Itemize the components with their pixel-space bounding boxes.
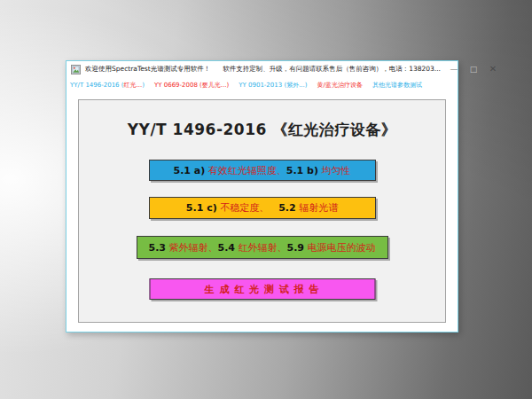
tab-label: YY 0669-2008 (婴儿光...) — [154, 82, 229, 89]
tab-label-part: ) — [142, 82, 145, 89]
tab-other-spectral-params[interactable]: 其他光谱参数测试 — [372, 81, 422, 90]
button-uv-ir-voltage-fluctuation[interactable]: 5.3 紫外辐射、5.4 红外辐射、5.9 电源电压的波动 — [137, 236, 388, 259]
tab-yy-0901-2013-ultraviolet[interactable]: YY 0901-2013 (紫外...) — [239, 81, 307, 90]
window-subtitle: 软件支持定制、升级，有问题请联系售后（售前咨询），电话：138203... — [223, 65, 441, 74]
page-title: YY/T 1496-2016 《红光治疗设备》 — [79, 120, 445, 140]
button-label-part: 红外辐射、 — [235, 242, 287, 254]
app-icon — [71, 65, 81, 74]
app-window: 欢迎使用SpectraTest光谱测试专用软件！ 软件支持定制、升级，有问题请联… — [66, 60, 458, 332]
tab-yyt-1496-2016-red-light[interactable]: YY/T 1496-2016 (红光...) — [70, 81, 145, 90]
button-label-part: 5.1 b) — [286, 165, 318, 176]
maximize-button[interactable]: □ — [464, 61, 483, 77]
button-label-part: 有效红光辐照度、 — [205, 165, 286, 176]
button-label-part: 紫外辐射、 — [166, 242, 218, 254]
tab-bar: YY/T 1496-2016 (红光...) YY 0669-2008 (婴儿光… — [66, 77, 458, 93]
button-label-part: 5.3 — [149, 242, 167, 254]
window-content: YY/T 1496-2016 《红光治疗设备》 5.1 a) 有效红光辐照度、5… — [66, 93, 458, 332]
tab-yy-0669-2008-infant-light[interactable]: YY 0669-2008 (婴儿光...) — [154, 81, 229, 90]
button-label-part: 5.1 a) — [174, 165, 206, 176]
button-instability-radiation-spectrum[interactable]: 5.1 c) 不稳定度、 5.2 辐射光谱 — [149, 197, 376, 219]
button-generate-red-light-report[interactable]: 生 成 红 光 测 试 报 告 — [149, 278, 375, 300]
tab-label: YY 0901-2013 (紫外...) — [239, 82, 307, 89]
minimize-button[interactable]: — — [444, 61, 464, 77]
desktop-background: 欢迎使用SpectraTest光谱测试专用软件！ 软件支持定制、升级，有问题请联… — [0, 0, 532, 399]
tab-label-part: 红光... — [124, 82, 143, 89]
tab-label: 黄/蓝光治疗设备 — [317, 82, 363, 89]
button-label-part: 不稳定度、 — [217, 202, 279, 214]
button-effective-irradiance-uniformity[interactable]: 5.1 a) 有效红光辐照度、5.1 b) 均匀性 — [149, 160, 376, 181]
close-button[interactable]: ✕ — [483, 61, 503, 77]
tab-label: 其他光谱参数测试 — [372, 82, 422, 89]
button-label-part: 生 成 红 光 测 试 报 告 — [205, 284, 320, 295]
button-label-part: 5.9 — [287, 242, 305, 254]
button-label-part: 5.1 c) — [186, 202, 217, 214]
tab-yellow-blue-light-device[interactable]: 黄/蓝光治疗设备 — [317, 81, 363, 90]
window-title: 欢迎使用SpectraTest光谱测试专用软件！ — [85, 65, 210, 74]
main-panel: YY/T 1496-2016 《红光治疗设备》 5.1 a) 有效红光辐照度、5… — [78, 99, 446, 323]
titlebar: 欢迎使用SpectraTest光谱测试专用软件！ 软件支持定制、升级，有问题请联… — [66, 61, 458, 77]
button-label-part: 均匀性 — [318, 165, 351, 176]
tab-label-part: YY/T 1496-2016 ( — [70, 82, 124, 89]
button-label-part: 电源电压的波动 — [304, 242, 376, 254]
button-label-part: 5.4 — [218, 242, 236, 254]
button-label-part: 辐射光谱 — [296, 202, 339, 214]
button-label-part: 5.2 — [278, 202, 296, 214]
